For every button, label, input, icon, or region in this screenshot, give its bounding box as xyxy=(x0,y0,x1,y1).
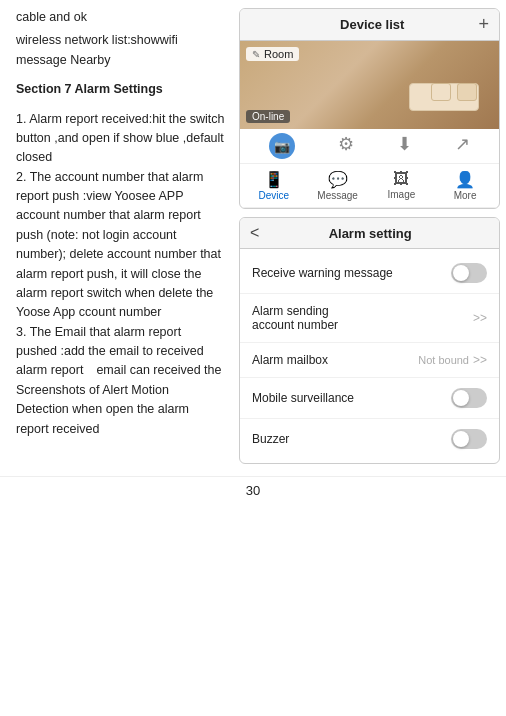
mobile-surveillance-label: Mobile surveillance xyxy=(252,391,354,405)
alarm-setting-header: < Alarm setting xyxy=(240,218,499,249)
alarm-mailbox-status: Not bound xyxy=(418,354,469,366)
alarm-sending-arrow-icon: >> xyxy=(473,311,487,325)
message-tab-icon: 💬 xyxy=(328,170,348,189)
share-icon[interactable]: ↗ xyxy=(455,133,470,159)
add-device-button[interactable]: + xyxy=(478,14,489,35)
tab-message[interactable]: 💬 Message xyxy=(306,168,370,203)
alarm-row-receive-warning: Receive warning message xyxy=(240,253,499,294)
toggle-knob-2 xyxy=(453,390,469,406)
room-badge: ✎ Room xyxy=(246,47,299,61)
toggle-knob-3 xyxy=(453,431,469,447)
alarm-row-alarm-sending[interactable]: Alarm sendingaccount number >> xyxy=(240,294,499,343)
tab-message-label: Message xyxy=(317,190,358,201)
back-button[interactable]: < xyxy=(250,224,259,242)
buzzer-toggle[interactable] xyxy=(451,429,487,449)
device-image-area: ✎ Room On-line xyxy=(240,41,499,129)
device-list-title: Device list xyxy=(266,17,478,32)
alarm-row-buzzer: Buzzer xyxy=(240,419,499,459)
receive-warning-label: Receive warning message xyxy=(252,266,393,280)
alarm-mailbox-label: Alarm mailbox xyxy=(252,353,328,367)
tab-device[interactable]: 📱 Device xyxy=(242,168,306,203)
image-tab-icon: 🖼 xyxy=(393,170,409,188)
alarm-sending-label: Alarm sendingaccount number xyxy=(252,304,338,332)
alarm-setting-title: Alarm setting xyxy=(267,226,473,241)
device-list-header: Device list + xyxy=(240,9,499,41)
room-label: Room xyxy=(264,48,293,60)
toggle-knob xyxy=(453,265,469,281)
device-list-panel: Device list + ✎ Room On-line 📷 ⚙ ⬇ ↗ xyxy=(239,8,500,209)
alarm-row-mobile-surveillance: Mobile surveillance xyxy=(240,378,499,419)
tab-more-label: More xyxy=(454,190,477,201)
alarm-mailbox-right: Not bound >> xyxy=(418,353,487,367)
mobile-surveillance-toggle[interactable] xyxy=(451,388,487,408)
device-tab-icon: 📱 xyxy=(264,170,284,189)
tab-image[interactable]: 🖼 Image xyxy=(370,168,434,203)
pillow2-decoration xyxy=(431,83,451,101)
alarm-setting-panel: < Alarm setting Receive warning message … xyxy=(239,217,500,464)
tab-device-label: Device xyxy=(259,190,290,201)
section-title: Section 7 Alarm Settings xyxy=(16,80,225,99)
alarm-rows: Receive warning message Alarm sendingacc… xyxy=(240,249,499,463)
tab-more[interactable]: 👤 More xyxy=(433,168,497,203)
page-number: 30 xyxy=(0,476,506,504)
receive-warning-toggle[interactable] xyxy=(451,263,487,283)
wireless-text: wireless network list:showwifi message N… xyxy=(16,31,225,70)
device-tabs: 📱 Device 💬 Message 🖼 Image 👤 More xyxy=(240,164,499,208)
alarm-sending-arrow: >> xyxy=(473,311,487,325)
download-icon[interactable]: ⬇ xyxy=(397,133,412,159)
cable-text: cable and ok xyxy=(16,8,225,27)
edit-icon: ✎ xyxy=(252,49,260,60)
online-badge: On-line xyxy=(246,110,290,123)
buzzer-label: Buzzer xyxy=(252,432,289,446)
settings-icon[interactable]: ⚙ xyxy=(338,133,354,159)
more-tab-icon: 👤 xyxy=(455,170,475,189)
body-text: 1. Alarm report received:hit the switch … xyxy=(16,110,225,439)
alarm-row-alarm-mailbox[interactable]: Alarm mailbox Not bound >> xyxy=(240,343,499,378)
alarm-mailbox-arrow: >> xyxy=(473,353,487,367)
tab-image-label: Image xyxy=(387,189,415,200)
pillow1-decoration xyxy=(457,83,477,101)
camera-icon-circle[interactable]: 📷 xyxy=(269,133,295,159)
